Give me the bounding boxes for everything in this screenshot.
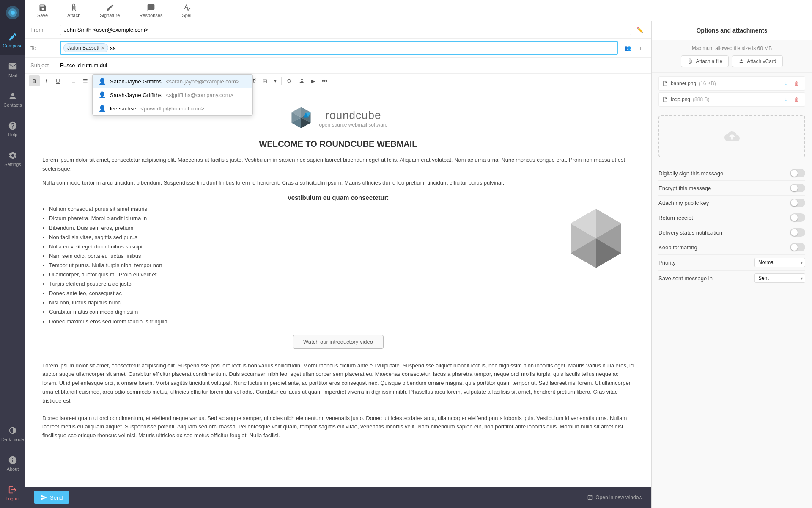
attach-file-item: banner.png (16 KB) ↓ 🗑 [658,76,805,91]
option-toggle-return-receipt[interactable] [790,213,805,222]
option-label: Attach my public key [658,200,709,206]
option-label: Digitally sign this message [658,170,723,177]
file-size: (16 KB) [699,80,716,86]
drop-zone[interactable] [658,115,805,157]
media-button[interactable]: ▶ [307,75,318,86]
special-char-button[interactable]: Ω [284,75,295,86]
priority-select[interactable]: Lowest Low Normal High Highest [754,258,805,267]
signature-button[interactable]: Signature [96,2,123,19]
recipient-name: Jadon Bassett [67,45,99,51]
save-sent-select[interactable]: Sent Drafts INBOX [754,273,805,283]
priority-row: Priority Lowest Low Normal High Highest [658,255,805,271]
list-item: Nisl non, luctus dapibus nunc [49,298,549,307]
more-button[interactable]: ••• [319,75,330,86]
options-section: Digitally sign this message Encrypt this… [652,163,812,290]
autocomplete-item[interactable]: 👤 Sarah-Jayne Griffiths <sarah-jayne@exa… [93,75,252,88]
autocomplete-item[interactable]: 👤 Sarah-Jayne Griffiths <sjgriffiths@com… [93,88,252,102]
sidebar-item-help[interactable]: Help [0,114,25,144]
align-center-button[interactable]: ☰ [80,75,91,86]
underline-button[interactable]: U [52,75,63,86]
to-text-input[interactable] [110,45,181,51]
sidebar-item-mail[interactable]: Mail [0,55,25,85]
attach-vcard-label: Attach vCard [747,58,776,64]
bold-button[interactable]: B [29,75,40,86]
attach-file-list: banner.png (16 KB) ↓ 🗑 logo.png (888 B) [652,73,812,110]
file-download-button[interactable]: ↓ [781,79,790,88]
autocomplete-item[interactable]: 👤 lee sachse <powerflip@hotmail.com> [93,102,252,115]
save-button[interactable]: Save [34,2,51,19]
attach-file-button[interactable]: Attach a file [681,55,729,67]
watch-video-button[interactable]: Watch our introductory video [293,335,384,349]
sidebar-dark-mode-label: Dark mode [1,437,24,442]
subject-content [60,61,646,69]
add-from-contacts-button[interactable]: 👥 [622,42,633,53]
spell-button[interactable]: Spell [178,2,195,19]
app-logo [0,0,25,25]
to-actions: 👥 + [622,42,646,53]
attach-file-item: logo.png (888 B) ↓ 🗑 [658,92,805,107]
autocomplete-email: <sarah-jayne@example.com> [166,78,239,85]
list-item: Nullam consequat purus sit amet mauris [49,204,549,214]
option-row-delivery-status: Delivery status notification [658,225,805,240]
table-button[interactable]: ⊞ [260,75,271,86]
to-input-area[interactable]: Jadon Bassett × [60,41,618,55]
email-content: roundcube open source webmail software W… [25,88,651,453]
email-para2: Nulla commodo tortor in arcu tincidunt b… [42,179,634,188]
to-label: To [30,45,60,51]
bottom-bar: Send Open in new window [25,487,651,508]
to-content: Jadon Bassett × 👥 + [60,41,646,55]
from-field: From John Smith <user@example.com> ✏️ [25,21,651,39]
email-body[interactable]: roundcube open source webmail software W… [25,88,651,487]
file-delete-button[interactable]: 🗑 [792,95,801,104]
responses-button[interactable]: Responses [136,2,166,19]
file-delete-button[interactable]: 🗑 [792,79,801,88]
email-two-col: Nullam consequat purus sit amet mauris D… [42,204,634,326]
send-button[interactable]: Send [34,491,69,504]
add-cc-bcc-button[interactable]: + [635,42,646,53]
file-actions: ↓ 🗑 [781,95,801,104]
open-new-window-button[interactable]: Open in new window [587,494,642,500]
email-section-title: Vestibulum eu quam consectetur: [42,194,634,201]
recipient-tag: Jadon Bassett × [63,43,108,52]
person-icon: 👤 [99,91,106,98]
option-toggle-digitally-sign[interactable] [790,169,805,177]
image2-button[interactable]: 🏞 [296,75,307,86]
from-select[interactable]: John Smith <user@example.com> [60,25,631,35]
email-body-para2: Donec laoreet quam ut orci condimentum, … [42,410,634,444]
subject-input[interactable] [60,61,646,69]
svg-point-2 [11,11,15,15]
list-item: Nam sem odio, porta eu luctus finibus [49,251,549,261]
option-toggle-keep-formatting[interactable] [790,243,805,251]
right-panel: Options and attachments Maximum allowed … [651,21,812,508]
remove-recipient-button[interactable]: × [101,44,104,51]
email-para1: Lorem ipsum dolor sit amet, consectetur … [42,156,634,174]
sidebar-item-about[interactable]: About [0,449,25,478]
from-label: From [30,27,60,33]
list-item: Bibendum. Duis sem eros, pretium [49,224,549,233]
option-label: Keep formatting [658,244,697,251]
sidebar-about-label: About [7,467,19,472]
file-download-button[interactable]: ↓ [781,95,790,104]
sidebar-item-compose[interactable]: Compose [0,25,25,55]
sidebar-item-contacts[interactable]: Contacts [0,85,25,114]
option-toggle-delivery-status[interactable] [790,228,805,237]
attach-button[interactable]: Attach [64,2,84,19]
option-row-digitally-sign: Digitally sign this message [658,166,805,181]
edit-from-button[interactable]: ✏️ [634,24,646,36]
italic-button[interactable]: I [41,75,52,86]
list-item: Nulla eu velit eget dolor finibus suscip… [49,242,549,251]
option-toggle-encrypt[interactable] [790,184,805,192]
table-options-button[interactable]: ▾ [272,75,279,86]
autocomplete-name: lee sachse [110,105,136,112]
align-left-button[interactable]: ≡ [68,75,79,86]
separator [66,77,66,85]
option-toggle-attach-pubkey[interactable] [790,199,805,207]
sidebar-item-dark-mode[interactable]: Dark mode [0,419,25,449]
sidebar-item-logout[interactable]: Logout [0,478,25,508]
attach-file-label: Attach a file [696,58,722,64]
list-item: Dictum pharetra. Morbi blandit id urna i… [49,214,549,223]
file-name: banner.png [671,80,696,86]
sidebar-item-settings[interactable]: Settings [0,144,25,174]
from-actions: ✏️ [634,24,646,36]
attach-vcard-button[interactable]: Attach vCard [732,55,782,67]
